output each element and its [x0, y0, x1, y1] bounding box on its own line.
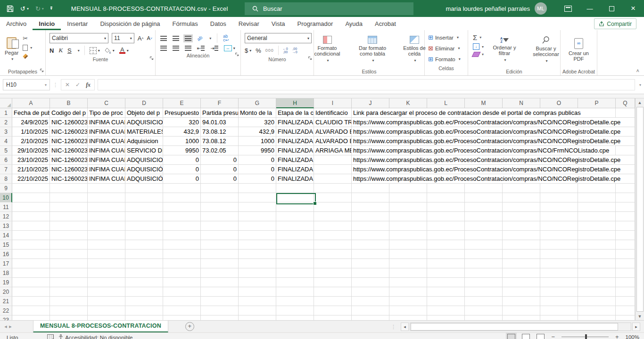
- fill-button[interactable]: ↓▾: [473, 43, 484, 50]
- cell-K22[interactable]: [389, 306, 427, 315]
- cell-F6[interactable]: 0: [201, 155, 239, 165]
- cell-D21[interactable]: [125, 297, 163, 306]
- cell-E2[interactable]: 320: [163, 118, 201, 127]
- cell-M14[interactable]: [465, 231, 503, 240]
- share-button[interactable]: Compartir: [594, 18, 636, 29]
- cell-B15[interactable]: [50, 240, 88, 250]
- row-header-6[interactable]: 6: [0, 155, 12, 165]
- ribbon-tab-inicio[interactable]: Inicio: [33, 17, 61, 30]
- row-header-12[interactable]: 12: [0, 212, 12, 221]
- cell-C3[interactable]: INFIMA CUANTIA: [88, 127, 125, 137]
- cell-H4[interactable]: FINALIZADA: [276, 137, 314, 146]
- vertical-scroll-thumb[interactable]: [636, 107, 644, 312]
- cell-Q20[interactable]: [616, 287, 635, 297]
- cell-L12[interactable]: [427, 212, 465, 221]
- scroll-down-icon[interactable]: ▼: [636, 312, 644, 320]
- cell-H12[interactable]: [276, 212, 314, 221]
- cell-B4[interactable]: NIC-1260023: [50, 137, 88, 146]
- cell-O21[interactable]: [540, 297, 578, 306]
- cell-F9[interactable]: [201, 184, 239, 193]
- cell-E20[interactable]: [163, 287, 201, 297]
- cell-P9[interactable]: [578, 184, 616, 193]
- formula-bar-grip[interactable]: ⋮: [53, 82, 58, 88]
- cell-Q11[interactable]: [616, 202, 635, 212]
- cell-D10[interactable]: [125, 193, 163, 202]
- cell-E6[interactable]: 0: [163, 155, 201, 165]
- align-center-button[interactable]: [173, 46, 179, 51]
- column-header-A[interactable]: A: [12, 98, 50, 108]
- cell-B23[interactable]: [50, 315, 88, 320]
- cell-N19[interactable]: [503, 278, 540, 287]
- cell-H23[interactable]: [276, 315, 314, 320]
- cell-A5[interactable]: 29/10/2025: [12, 146, 50, 155]
- sheet-tab-active[interactable]: MENSUAL 8-PROCESOS-CONTRATACION: [33, 321, 168, 333]
- formula-input[interactable]: [98, 79, 635, 90]
- cell-O13[interactable]: [540, 221, 578, 231]
- cell-H18[interactable]: [276, 268, 314, 278]
- cell-L21[interactable]: [427, 297, 465, 306]
- cell-M16[interactable]: [465, 250, 503, 259]
- search-box[interactable]: Buscar: [245, 2, 413, 15]
- cell-A16[interactable]: [12, 250, 50, 259]
- decrease-decimal-button[interactable]: ,00→0: [292, 47, 297, 54]
- cell-J10[interactable]: [352, 193, 389, 202]
- cell-J8[interactable]: https://www.compraspublicas.gob.ec/Proce…: [352, 174, 389, 184]
- save-icon[interactable]: [7, 5, 14, 12]
- ribbon-tab-ayuda[interactable]: Ayuda: [339, 17, 369, 30]
- cell-J13[interactable]: [352, 221, 389, 231]
- cell-E5[interactable]: 9950: [163, 146, 201, 155]
- cell-J18[interactable]: [352, 268, 389, 278]
- cell-I12[interactable]: [314, 212, 352, 221]
- cell-J12[interactable]: [352, 212, 389, 221]
- column-header-B[interactable]: B: [50, 98, 88, 108]
- cell-D18[interactable]: [125, 268, 163, 278]
- cell-B10[interactable]: [50, 193, 88, 202]
- cell-D17[interactable]: [125, 259, 163, 268]
- row-header-16[interactable]: 16: [0, 250, 12, 259]
- ribbon-tab-fórmulas[interactable]: Fórmulas: [166, 17, 204, 30]
- cell-O9[interactable]: [540, 184, 578, 193]
- cell-D8[interactable]: ADQUISICIÓN: [125, 174, 163, 184]
- italic-button[interactable]: K: [58, 47, 63, 54]
- cell-L18[interactable]: [427, 268, 465, 278]
- horizontal-scroll-track[interactable]: [410, 323, 631, 331]
- paste-button[interactable]: Pegar ▾: [2, 32, 21, 67]
- cell-G22[interactable]: [239, 306, 276, 315]
- column-header-K[interactable]: K: [389, 98, 427, 108]
- cell-F22[interactable]: [201, 306, 239, 315]
- cell-N14[interactable]: [503, 231, 540, 240]
- cell-I19[interactable]: [314, 278, 352, 287]
- cell-C12[interactable]: [88, 212, 125, 221]
- cell-G16[interactable]: [239, 250, 276, 259]
- cell-J2[interactable]: https://www.compraspublicas.gob.ec/Proce…: [352, 118, 389, 127]
- cell-L19[interactable]: [427, 278, 465, 287]
- row-header-2[interactable]: 2: [0, 118, 12, 127]
- cell-O15[interactable]: [540, 240, 578, 250]
- cell-C13[interactable]: [88, 221, 125, 231]
- cell-N16[interactable]: [503, 250, 540, 259]
- cell-N20[interactable]: [503, 287, 540, 297]
- clear-button[interactable]: ▾: [473, 52, 484, 57]
- cell-F3[interactable]: 73.08.12: [201, 127, 239, 137]
- cell-F17[interactable]: [201, 259, 239, 268]
- column-header-C[interactable]: C: [88, 98, 125, 108]
- cell-K15[interactable]: [389, 240, 427, 250]
- font-size-select[interactable]: 11▾: [112, 33, 134, 43]
- row-header-22[interactable]: 22: [0, 306, 12, 315]
- fill-color-button[interactable]: ▾: [105, 48, 115, 54]
- format-cells-button[interactable]: ⊞Formato▾: [428, 54, 468, 64]
- cell-D14[interactable]: [125, 231, 163, 240]
- cell-P16[interactable]: [578, 250, 616, 259]
- align-top-button[interactable]: [160, 36, 167, 41]
- cell-J23[interactable]: [352, 315, 389, 320]
- cell-Q21[interactable]: [616, 297, 635, 306]
- cell-C16[interactable]: [88, 250, 125, 259]
- row-header-11[interactable]: 11: [0, 202, 12, 212]
- cell-I16[interactable]: [314, 250, 352, 259]
- cell-E13[interactable]: [163, 221, 201, 231]
- cell-P22[interactable]: [578, 306, 616, 315]
- cell-K13[interactable]: [389, 221, 427, 231]
- insert-function-icon[interactable]: fx: [86, 81, 91, 89]
- cell-H22[interactable]: [276, 306, 314, 315]
- cell-C14[interactable]: [88, 231, 125, 240]
